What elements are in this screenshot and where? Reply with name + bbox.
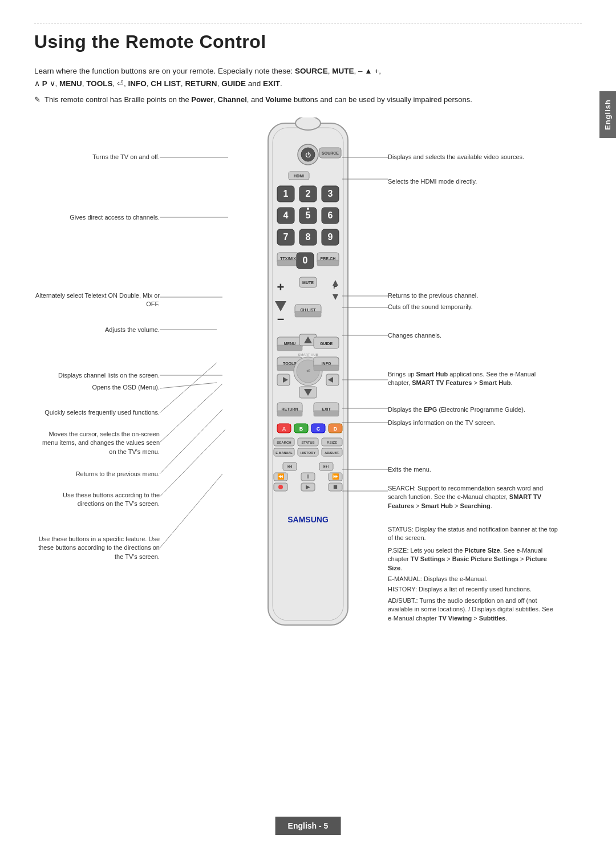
svg-text:7: 7	[283, 232, 289, 242]
svg-text:SMART HUB: SMART HUB	[298, 353, 318, 356]
svg-text:+: +	[277, 280, 285, 294]
svg-text:C: C	[317, 426, 321, 432]
page-container: Using the Remote Control Learn where the…	[0, 0, 616, 852]
svg-text:SEARCH: SEARCH	[277, 441, 291, 444]
svg-rect-31	[277, 260, 299, 266]
svg-rect-36	[317, 260, 339, 266]
svg-rect-73	[277, 411, 302, 416]
annotation-pre-ch: Returns to the previous channel.	[388, 291, 559, 300]
svg-text:6: 6	[328, 210, 333, 220]
svg-text:HISTORY: HISTORY	[301, 451, 315, 455]
svg-text:⏪: ⏪	[277, 473, 285, 480]
annotation-hdmi: Selects the HDMI mode directly.	[388, 177, 559, 186]
annotation-emanual: E-MANUAL: Displays the e-Manual.	[388, 575, 559, 583]
svg-text:⏻: ⏻	[305, 152, 311, 158]
svg-text:5: 5	[306, 210, 311, 220]
annotation-status: STATUS: Display the status and notificat…	[388, 525, 559, 543]
page-footer: English - 5	[275, 817, 341, 835]
svg-line-121	[160, 384, 222, 443]
annotation-tools: Quickly selects frequently used function…	[34, 408, 160, 417]
svg-text:8: 8	[306, 232, 311, 242]
annotation-history: HISTORY: Displays a list of recently use…	[388, 585, 559, 594]
svg-text:E-MANUAL: E-MANUAL	[275, 451, 293, 455]
annotation-ch-list: Displays channel lists on the screen.	[34, 371, 160, 380]
annotation-turns-tv: Turns the TV on and off.	[34, 153, 160, 161]
svg-rect-76	[314, 411, 339, 416]
svg-text:0: 0	[303, 255, 308, 265]
annotation-psize: P.SIZE: Lets you select the Picture Size…	[388, 546, 559, 573]
svg-line-122	[160, 409, 222, 474]
svg-text:A: A	[282, 426, 286, 432]
svg-text:SAMSUNG: SAMSUNG	[287, 515, 329, 524]
annotation-return: Returns to the previous menu.	[34, 470, 160, 478]
svg-text:4: 4	[283, 210, 289, 220]
svg-text:AD/SUBT.: AD/SUBT.	[325, 451, 339, 455]
svg-text:MUTE: MUTE	[302, 281, 314, 285]
annotation-source: Displays and selects the available video…	[388, 153, 559, 161]
annotation-smart-hub: Brings up Smart Hub applications. See th…	[388, 370, 559, 388]
annotation-guide: Displays the EPG (Electronic Programme G…	[388, 405, 559, 414]
svg-line-119	[160, 383, 217, 388]
svg-text:⏩: ⏩	[332, 473, 339, 480]
svg-text:–: –	[277, 311, 284, 326]
svg-text:⏹: ⏹	[333, 484, 338, 490]
svg-line-120	[160, 363, 217, 413]
svg-text:D: D	[334, 426, 338, 432]
annotation-teletext: Alternately select Teletext ON Double, M…	[34, 291, 160, 309]
annotation-osd: Opens the OSD (Menu).	[34, 383, 160, 392]
svg-text:▶: ▶	[306, 484, 310, 490]
svg-rect-68	[314, 365, 339, 371]
svg-line-124	[160, 474, 222, 548]
annotation-info: Displays information on the TV screen.	[388, 419, 559, 427]
page-title: Using the Remote Control	[34, 31, 582, 52]
svg-text:9: 9	[328, 232, 333, 242]
remote-control: ⏻ SOURCE HDMI 1 2 3 4 5	[251, 117, 365, 644]
svg-text:SOURCE: SOURCE	[322, 151, 339, 155]
annotation-search: SEARCH: Support to recommendation search…	[388, 484, 559, 510]
svg-text:⏭: ⏭	[323, 463, 329, 469]
svg-text:GUIDE: GUIDE	[320, 342, 333, 346]
svg-text:P.SIZE: P.SIZE	[327, 441, 337, 444]
svg-text:⏸: ⏸	[305, 473, 311, 480]
annotation-mute: Cuts off the sound temporarily.	[388, 303, 559, 311]
intro-paragraph: Learn where the function buttons are on …	[34, 65, 502, 90]
svg-rect-46	[295, 311, 321, 317]
svg-text:B: B	[299, 426, 303, 432]
top-dashed-border	[34, 23, 582, 23]
svg-text:STATUS: STATUS	[301, 441, 314, 444]
diagram-area: Turns the TV on and off. Gives direct ac…	[34, 117, 582, 659]
svg-text:3: 3	[328, 189, 333, 198]
svg-text:2: 2	[306, 189, 311, 198]
svg-line-123	[160, 429, 225, 497]
svg-text:⏮: ⏮	[287, 463, 293, 469]
svg-point-108	[278, 485, 283, 489]
svg-text:⏎: ⏎	[306, 368, 310, 374]
annotation-exit: Exits the menu.	[388, 465, 559, 474]
annotation-adsubt: AD/SUBT.: Turns the audio description on…	[388, 597, 559, 623]
svg-point-20	[307, 208, 309, 210]
svg-text:1: 1	[283, 189, 289, 198]
note-paragraph: This remote control has Braille points o…	[34, 94, 502, 106]
annotation-channels: Gives direct access to channels.	[34, 213, 160, 222]
svg-point-2	[295, 117, 321, 130]
svg-rect-50	[277, 345, 302, 351]
annotation-media-btns: Use these buttons in a specific feature.…	[34, 535, 160, 561]
annotation-ch-change: Changes channels.	[388, 331, 559, 340]
svg-text:HDMI: HDMI	[294, 174, 304, 178]
annotation-volume: Adjusts the volume.	[34, 326, 160, 334]
annotation-color-btns: Use these buttons according to the direc…	[34, 491, 160, 509]
annotation-cursor: Moves the cursor, selects the on-screen …	[34, 430, 160, 456]
sidebar-english-label: English	[599, 91, 616, 138]
